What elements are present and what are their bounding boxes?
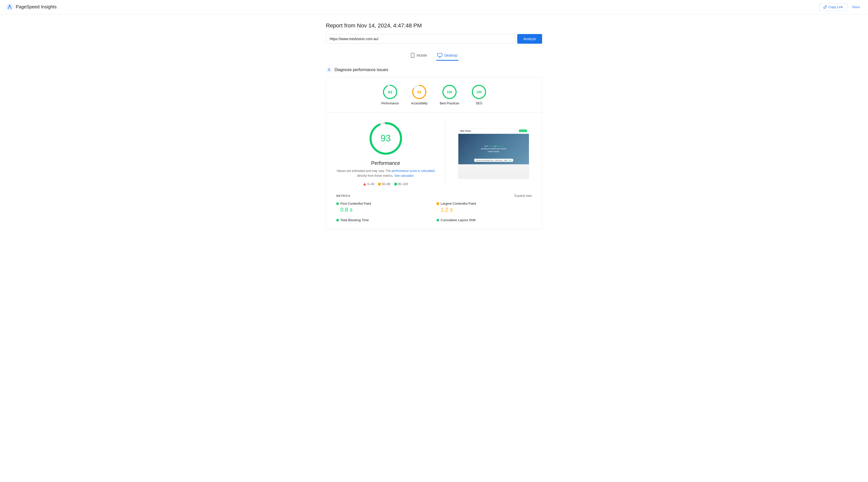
score-label-performance: Performance — [381, 101, 399, 105]
metric-fcp-value: 0.8 s — [336, 207, 431, 213]
svg-point-6 — [328, 69, 330, 70]
score-circle-seo: 100 — [471, 84, 487, 99]
screenshot-card-title: Full-Day Interview Master Class — [476, 159, 494, 161]
legend-item-average: 50–89 — [378, 182, 390, 186]
metrics-section: METRICS Expand view First Contentful Pai… — [326, 194, 542, 229]
score-label-accessibility: Accessibility — [411, 101, 427, 105]
see-calculator-link[interactable]: See calculator. — [394, 174, 414, 178]
score-value-best-practices: 100 — [447, 90, 452, 94]
main-content: Report from Nov 14, 2024, 4:47:48 PM Ana… — [320, 14, 548, 237]
header: PageSpeed Insights Copy Link Docs — [0, 0, 868, 14]
device-tabs: Mobile Desktop — [326, 51, 542, 61]
diagnose-title: Diagnose performance issues — [335, 67, 388, 72]
screenshot-price-new: $399 — [508, 159, 512, 161]
perf-score-link[interactable]: performance score is calculated — [392, 169, 435, 173]
performance-detail-section: 93 Performance Values are estimated and … — [326, 113, 542, 194]
copy-link-button[interactable]: Copy Link — [819, 3, 847, 11]
app-title: PageSpeed Insights — [16, 4, 57, 10]
mobile-icon — [411, 53, 415, 58]
good-icon — [394, 183, 397, 185]
screenshot-hero-text: Your vision, our mission guiding you tow… — [481, 145, 506, 153]
screenshot-hero: Your vision, our mission guiding you tow… — [458, 134, 529, 164]
score-value-accessibility: 83 — [417, 90, 422, 94]
screenshot-logo: Med Vision — [460, 130, 471, 132]
svg-point-3 — [412, 57, 413, 57]
pagespeed-logo-icon — [6, 4, 13, 11]
svg-point-1 — [9, 5, 10, 6]
legend-item-good: 90–100 — [394, 182, 408, 186]
metric-tbt-dot — [336, 219, 339, 221]
performance-big-score: 93 — [380, 133, 391, 144]
perf-desc-text: Values are estimated and may vary. The — [337, 169, 392, 173]
link-icon — [823, 5, 827, 9]
legend-fail-range: 0–49 — [367, 182, 374, 186]
metric-cls-name: Cumulative Layout Shift — [441, 218, 475, 222]
diagnose-icon — [326, 67, 332, 73]
performance-detail-title: Performance — [371, 160, 400, 166]
screenshot: Med Vision Book Now Your vision, our mis… — [458, 128, 529, 179]
average-icon — [378, 183, 381, 185]
metric-tbt-name: Total Blocking Time — [340, 218, 369, 222]
url-input[interactable] — [326, 34, 515, 44]
metric-lcp: Largest Contentful Paint 1.2 s — [437, 202, 532, 213]
tab-desktop-label: Desktop — [444, 53, 457, 57]
metric-fcp-name-row: First Contentful Paint — [336, 202, 431, 206]
performance-description: Values are estimated and may vary. The p… — [337, 169, 435, 178]
metric-cls: Cumulative Layout Shift — [437, 218, 532, 223]
expand-view-button[interactable]: Expand view — [515, 194, 532, 198]
legend-good-range: 90–100 — [398, 182, 408, 186]
score-item-performance: 93 Performance — [381, 84, 399, 105]
score-label-best-practices: Best Practices — [440, 101, 459, 105]
metrics-grid: First Contentful Paint 0.8 s Largest Con… — [336, 202, 532, 223]
score-circle-performance: 93 — [382, 84, 398, 99]
legend: 0–49 50–89 90–100 — [363, 182, 408, 186]
score-item-seo: 100 SEO — [471, 84, 487, 105]
score-value-performance: 93 — [388, 90, 392, 94]
metric-lcp-value: 1.2 s — [437, 207, 532, 213]
performance-left: 93 Performance Values are estimated and … — [336, 121, 435, 186]
performance-big-circle: 93 — [368, 121, 404, 156]
diagnose-header: Diagnose performance issues — [326, 67, 542, 73]
metric-fcp-name: First Contentful Paint — [340, 202, 371, 206]
perf-desc-mid: directly from these metrics. — [357, 174, 394, 178]
screenshot-price-old: $199 — [504, 159, 507, 161]
report-title: Report from Nov 14, 2024, 4:47:48 PM — [326, 22, 542, 29]
metrics-label: METRICS — [336, 194, 350, 197]
score-item-best-practices: 100 Best Practices — [440, 84, 459, 105]
svg-rect-4 — [438, 53, 442, 56]
scores-row: 93 Performance 83 Accessibility — [326, 77, 542, 113]
metric-tbt: Total Blocking Time — [336, 218, 431, 223]
results-card: 93 Performance 83 Accessibility — [326, 77, 542, 229]
legend-average-range: 50–89 — [382, 182, 390, 186]
tab-mobile-label: Mobile — [417, 53, 427, 57]
score-value-seo: 100 — [476, 90, 482, 94]
header-right: Copy Link Docs — [819, 3, 862, 11]
header-left: PageSpeed Insights — [6, 4, 57, 11]
metric-lcp-dot — [437, 202, 439, 205]
score-label-seo: SEO — [476, 101, 482, 105]
metric-cls-name-row: Cumulative Layout Shift — [437, 218, 532, 222]
copy-link-label: Copy Link — [828, 5, 843, 9]
svg-point-0 — [6, 4, 13, 10]
score-item-accessibility: 83 Accessibility — [411, 84, 427, 105]
screenshot-nav: Med Vision Book Now — [458, 128, 529, 134]
metric-fcp: First Contentful Paint 0.8 s — [336, 202, 431, 213]
url-row: Analyze — [326, 34, 542, 44]
desktop-icon — [437, 53, 442, 58]
analyze-button[interactable]: Analyze — [517, 34, 542, 44]
metric-tbt-name-row: Total Blocking Time — [336, 218, 431, 222]
score-circle-best-practices: 100 — [442, 84, 457, 99]
screenshot-card: Full-Day Interview Master Class Book Now… — [474, 159, 513, 162]
metric-lcp-name: Largest Contentful Paint — [441, 202, 476, 206]
metrics-header: METRICS Expand view — [336, 194, 532, 198]
docs-button[interactable]: Docs — [850, 3, 862, 11]
fail-icon — [363, 183, 366, 185]
tab-mobile[interactable]: Mobile — [410, 51, 428, 61]
metric-lcp-name-row: Largest Contentful Paint — [437, 202, 532, 206]
tab-desktop[interactable]: Desktop — [436, 51, 458, 61]
score-circle-accessibility: 83 — [412, 84, 427, 99]
screenshot-inner: Med Vision Book Now Your vision, our mis… — [458, 128, 529, 179]
legend-item-fail: 0–49 — [363, 182, 374, 186]
performance-right: Med Vision Book Now Your vision, our mis… — [456, 121, 532, 186]
perf-divider — [445, 121, 445, 186]
